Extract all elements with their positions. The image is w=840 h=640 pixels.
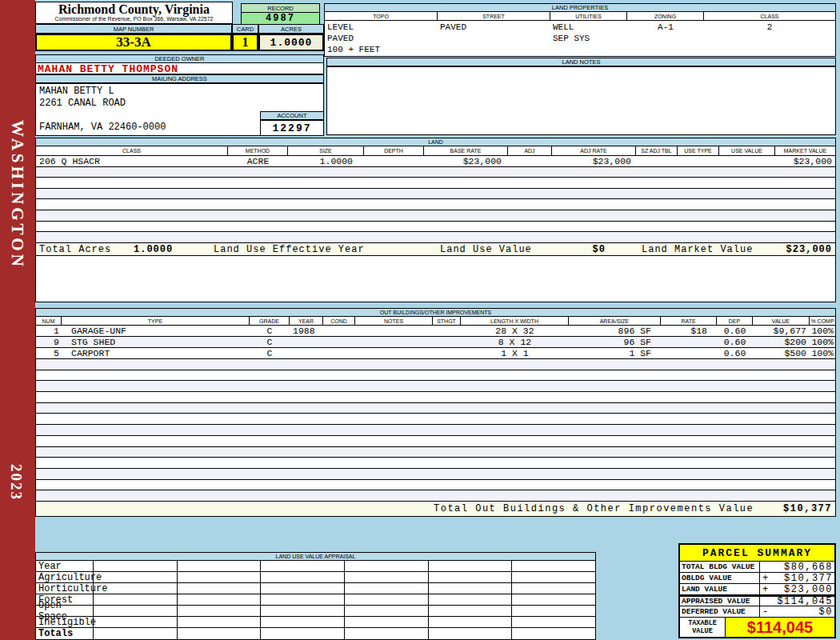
account-value: 12297 <box>260 120 324 136</box>
lua-cell <box>429 628 513 639</box>
ob-col-pct-comp: % COMP <box>810 317 835 325</box>
ob-grade: C <box>250 337 290 347</box>
ob-pct-comp: 100% <box>810 326 835 336</box>
spine-year: 2023 <box>7 464 25 501</box>
land-use-value-amount: $0 <box>548 244 606 255</box>
ob-dep: 0.60 <box>717 348 753 358</box>
ps-label: DEFERRED VALUE <box>680 606 760 617</box>
land-col-method: METHOD <box>228 146 288 155</box>
lua-row-year: Year <box>36 561 595 572</box>
lua-cell <box>345 583 429 594</box>
ps-operator: - <box>760 606 770 618</box>
ps-value: $80,668 <box>770 562 834 573</box>
topo-3: 100 + FEET <box>327 44 438 55</box>
lua-row-totals: Totals <box>36 628 595 639</box>
ps-value: $0 <box>770 606 834 618</box>
property-record-card: WASHINGTON 2023 Richmond County, Virgini… <box>0 0 840 640</box>
lua-label: Totals <box>36 628 94 639</box>
ob-empty-row <box>36 359 835 370</box>
ps-row-deferred: DEFERRED VALUE - $0 <box>680 606 834 618</box>
record-box: RECORD 4987 <box>241 3 320 25</box>
land-adj-rate: $23,000 <box>552 156 636 166</box>
ob-col-num: NUM <box>36 317 62 325</box>
ps-value: $23,000 <box>770 584 834 595</box>
county-title-box: Richmond County, Virginia Commissioner o… <box>35 2 233 24</box>
ob-col-cond: COND <box>323 317 355 325</box>
total-acres-label: Total Acres <box>39 244 111 255</box>
utilities-2: SEP SYS <box>553 33 627 44</box>
ob-type: CARPORT <box>62 348 250 358</box>
lua-cell <box>345 617 429 627</box>
col-topo: TOPO <box>325 12 438 21</box>
ob-year: 1988 <box>290 326 323 336</box>
land-table-header: CLASS METHOD SIZE DEPTH BASE RATE ADJ AD… <box>36 146 835 156</box>
land-section-blank-area <box>36 256 835 302</box>
ob-empty-row <box>36 480 835 491</box>
out-buildings-table-header: NUM TYPE GRADE YEAR COND NOTES STHGT LEN… <box>36 317 835 326</box>
binder-spine: WASHINGTON 2023 <box>0 0 35 640</box>
ps-row-appraised: APPRAISED VALUE $114,045 <box>680 595 834 606</box>
ob-length-width: 1 X 1 <box>461 348 569 358</box>
land-notes-label: LAND NOTES <box>326 58 836 66</box>
lua-cell <box>261 572 345 582</box>
land-empty-row <box>36 232 835 243</box>
ob-area-size: 96 SF <box>569 337 661 347</box>
lua-cell <box>429 606 513 616</box>
ps-taxable-value: $114,045 <box>726 618 834 637</box>
col-class: CLASS <box>704 12 835 21</box>
lua-cell <box>261 594 345 605</box>
land-class: 206 Q HSACR <box>36 156 228 166</box>
card-value: 1 <box>232 34 258 51</box>
ob-area-size: 1 SF <box>569 348 661 358</box>
utilities-1: WELL <box>553 22 627 33</box>
ob-value: $200 <box>753 337 810 347</box>
card-label: CARD <box>232 24 258 34</box>
land-properties-headers: TOPO STREET UTILITIES ZONING CLASS <box>324 12 836 21</box>
ob-empty-row <box>36 392 835 403</box>
ps-taxable-label: TAXABLE VALUE <box>680 618 726 637</box>
land-col-sz-adj-tbl: SZ ADJ TBL <box>636 146 678 155</box>
parcel-summary-title: PARCEL SUMMARY <box>680 545 834 562</box>
lua-label: Agriculture <box>36 572 94 582</box>
ps-label: APPRAISED VALUE <box>680 597 760 606</box>
ob-total-value: $10,377 <box>783 503 832 514</box>
lua-cell <box>178 606 262 616</box>
land-col-depth: DEPTH <box>364 146 424 155</box>
ps-row-land: LAND VALUE + $23,000 <box>680 584 834 595</box>
ob-empty-row <box>36 370 835 382</box>
land-method: ACRE <box>228 156 288 166</box>
land-col-adj-rate: ADJ RATE <box>552 146 636 155</box>
lua-cell <box>512 628 595 639</box>
map-number-value: 33-3A <box>35 34 232 51</box>
topo-2: PAVED <box>327 33 438 44</box>
lua-cell <box>261 617 345 627</box>
land-market-value-label: Land Market Value <box>642 244 753 255</box>
commissioner-line: Commissioner of the Revenue, PO Box 366,… <box>36 16 232 22</box>
street-1: PAVED <box>440 22 550 33</box>
col-street: STREET <box>438 12 550 21</box>
ob-grade: C <box>250 348 290 358</box>
ob-col-notes: NOTES <box>355 317 433 325</box>
ps-operator: + <box>760 573 770 584</box>
ob-pct-comp: 100% <box>810 337 835 347</box>
ps-label: OBLDG VALUE <box>680 573 760 583</box>
ob-empty-row <box>36 425 835 436</box>
lua-label: Horticulture <box>36 583 94 594</box>
ob-col-rate: RATE <box>661 317 717 325</box>
lua-cell <box>94 594 178 605</box>
lua-cell <box>429 617 513 627</box>
lua-cell <box>94 583 178 594</box>
total-acres-value: 1.0000 <box>134 244 173 255</box>
lua-label: Ineligible <box>36 617 94 627</box>
utilities-values: WELL SEP SYS <box>550 21 627 56</box>
lua-cell <box>345 572 429 582</box>
ob-empty-row <box>36 447 835 458</box>
ob-total-label: Total Out Buildings & Other Improvements… <box>434 503 754 514</box>
ob-col-area-size: AREA/SIZE <box>569 317 661 325</box>
record-label: RECORD <box>241 3 320 13</box>
ob-num: 9 <box>36 337 62 347</box>
land-properties-section: LAND PROPERTIES TOPO STREET UTILITIES ZO… <box>324 3 836 57</box>
ob-length-width: 28 X 32 <box>461 326 569 336</box>
record-value: 4987 <box>241 13 320 25</box>
mailing-line: MAHAN BETTY L <box>39 86 323 98</box>
